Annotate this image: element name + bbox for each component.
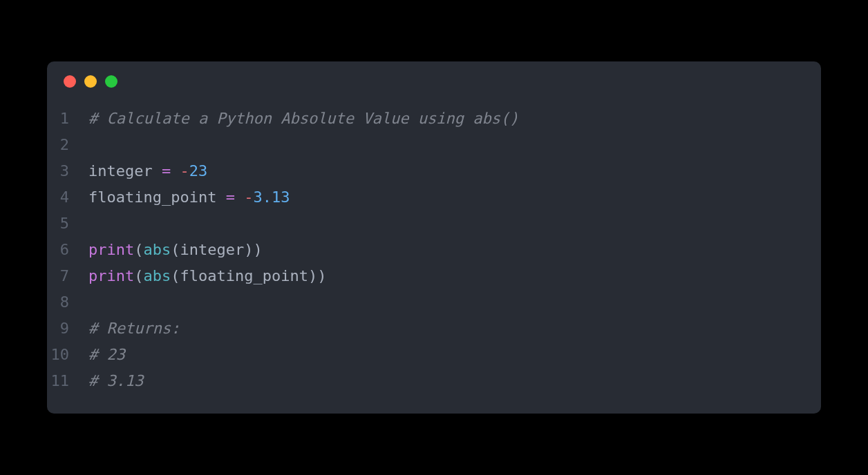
maximize-icon[interactable] <box>105 75 117 88</box>
line-number: 5 <box>47 211 88 237</box>
code-line: 6print(abs(integer)) <box>47 237 821 263</box>
code-token: # 23 <box>88 346 125 363</box>
code-token: print <box>88 241 134 258</box>
code-token: print <box>88 267 134 284</box>
code-token: floating_point <box>88 188 226 206</box>
code-token: ( <box>171 267 180 284</box>
code-token: # 3.13 <box>88 372 143 389</box>
code-line: 7print(abs(floating_point)) <box>47 263 821 289</box>
code-token: # Calculate a Python Absolute Value usin… <box>88 110 519 127</box>
line-number: 3 <box>47 158 88 184</box>
code-token: 23 <box>189 162 208 180</box>
code-token: integer <box>88 162 162 180</box>
code-content: print(abs(floating_point)) <box>88 263 326 289</box>
code-token: = <box>226 188 235 206</box>
line-number: 10 <box>47 342 88 368</box>
code-line: 10# 23 <box>47 342 821 368</box>
line-number: 8 <box>47 289 88 316</box>
code-token: = <box>162 162 171 180</box>
code-token: abs <box>143 241 171 258</box>
line-number: 9 <box>47 316 88 342</box>
code-token: - <box>244 188 253 206</box>
code-token: - <box>180 162 189 180</box>
code-line: 2 <box>47 132 821 158</box>
code-token: )) <box>308 267 327 284</box>
code-line: 9# Returns: <box>47 316 821 342</box>
code-line: 4floating_point = -3.13 <box>47 184 821 211</box>
line-number: 11 <box>47 368 88 394</box>
code-line: 3integer = -23 <box>47 158 821 184</box>
code-line: 5 <box>47 211 821 237</box>
code-token: ( <box>134 241 143 258</box>
line-number: 4 <box>47 184 88 211</box>
code-token: # Returns: <box>88 320 180 337</box>
code-line: 11# 3.13 <box>47 368 821 394</box>
code-area[interactable]: 1# Calculate a Python Absolute Value usi… <box>47 97 821 414</box>
code-content: floating_point = -3.13 <box>88 184 290 211</box>
code-token: integer <box>180 241 244 258</box>
code-content: integer = -23 <box>88 158 207 184</box>
code-content: # Calculate a Python Absolute Value usin… <box>88 106 519 132</box>
code-token: ( <box>134 267 143 284</box>
line-number: 7 <box>47 263 88 289</box>
code-token: abs <box>143 267 171 284</box>
minimize-icon[interactable] <box>84 75 97 88</box>
code-token <box>171 162 180 180</box>
code-content: # 23 <box>88 342 125 368</box>
code-token: floating_point <box>180 267 308 284</box>
code-content: print(abs(integer)) <box>88 237 263 263</box>
line-number: 6 <box>47 237 88 263</box>
close-icon[interactable] <box>64 75 76 88</box>
editor-window: 1# Calculate a Python Absolute Value usi… <box>47 61 821 414</box>
line-number: 1 <box>47 106 88 132</box>
code-content: # 3.13 <box>88 368 143 394</box>
window-titlebar <box>47 61 821 97</box>
code-content: # Returns: <box>88 316 180 342</box>
code-token: )) <box>244 241 263 258</box>
code-line: 8 <box>47 289 821 316</box>
code-token: ( <box>171 241 180 258</box>
code-line: 1# Calculate a Python Absolute Value usi… <box>47 106 821 132</box>
line-number: 2 <box>47 132 88 158</box>
code-token <box>235 188 244 206</box>
code-token: 3.13 <box>253 188 290 206</box>
